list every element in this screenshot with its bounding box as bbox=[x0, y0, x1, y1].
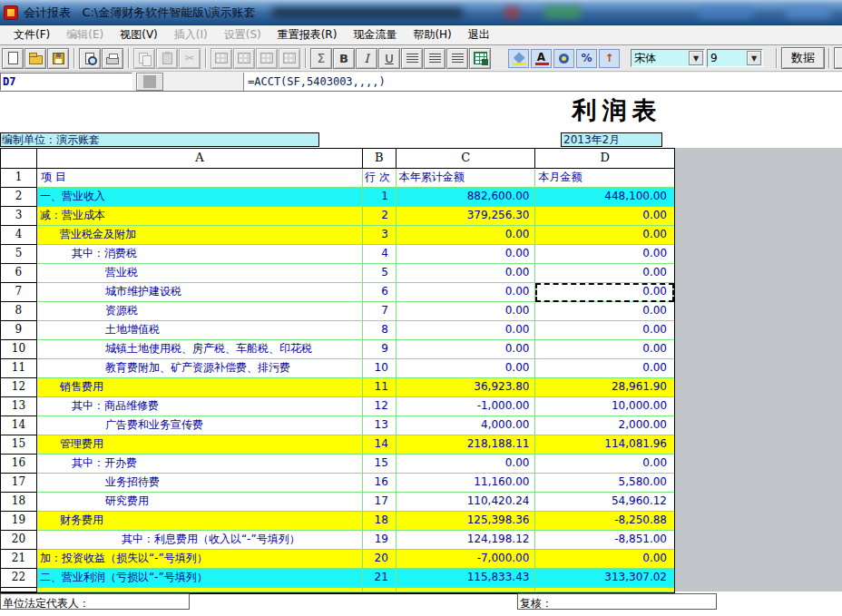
cell-ytd-amount[interactable]: 0.00 bbox=[397, 359, 536, 378]
cell-line-no[interactable]: 7 bbox=[363, 302, 397, 321]
row-header[interactable]: 21 bbox=[1, 550, 37, 569]
cell-month-amount[interactable]: 54,960.12 bbox=[535, 493, 674, 512]
new-file-button[interactable] bbox=[2, 48, 24, 69]
menu-item-9[interactable]: 退出 bbox=[460, 25, 498, 44]
cell-line-no[interactable]: 14 bbox=[363, 435, 397, 455]
italic-button[interactable]: I bbox=[356, 48, 377, 69]
save-button[interactable] bbox=[47, 48, 69, 69]
cell-month-amount[interactable]: -8,851.00 bbox=[535, 531, 674, 550]
row-header[interactable]: 9 bbox=[1, 321, 37, 340]
cell-line-no[interactable]: 21 bbox=[363, 569, 397, 588]
cell-item-label[interactable]: 加：投资收益（损失以“-”号填列） bbox=[37, 550, 363, 569]
row-header[interactable]: 2 bbox=[1, 188, 37, 207]
cell-ytd-amount[interactable]: 218,188.11 bbox=[397, 435, 536, 455]
cell-month-amount[interactable]: 0.00 bbox=[535, 321, 674, 340]
cell-month-amount[interactable]: 28,961.90 bbox=[535, 378, 674, 397]
underline-button[interactable]: U bbox=[378, 48, 400, 69]
font-name-combo[interactable]: 宋体 ▼ bbox=[631, 49, 705, 67]
cell-item-label[interactable]: 广告费和业务宣传费 bbox=[37, 416, 363, 435]
column-header-B[interactable]: B bbox=[363, 149, 397, 169]
cell-item-label[interactable]: 二、营业利润（亏损以“-”号填列） bbox=[37, 569, 363, 588]
cell-item-label[interactable]: 教育费附加、矿产资源补偿费、排污费 bbox=[37, 359, 363, 378]
chevron-down-icon[interactable]: ▼ bbox=[689, 51, 703, 65]
cell-item-label[interactable]: 营业税金及附加 bbox=[37, 226, 363, 245]
column-header-C[interactable]: C bbox=[397, 149, 536, 169]
cell-line-no[interactable]: 10 bbox=[363, 359, 397, 378]
cell-ytd-amount[interactable]: 0.00 bbox=[397, 283, 536, 302]
cell-line-no[interactable]: 13 bbox=[363, 416, 397, 435]
cell-line-no[interactable]: 15 bbox=[363, 455, 397, 474]
reviewer-box[interactable]: 复核： bbox=[517, 593, 717, 610]
cell-month-amount[interactable]: 313,307.02 bbox=[535, 569, 674, 588]
align-right-button[interactable] bbox=[446, 48, 468, 69]
row-header[interactable]: 20 bbox=[1, 531, 37, 550]
cell-line-no[interactable]: 19 bbox=[363, 531, 397, 550]
cell-line-no[interactable]: 8 bbox=[363, 321, 397, 340]
sum-button[interactable]: Σ bbox=[310, 48, 332, 69]
cell-month-amount[interactable]: 0.00 bbox=[535, 340, 674, 359]
cell-ytd-amount[interactable]: 124,198.12 bbox=[397, 531, 536, 550]
cell-month-amount[interactable]: 0.00 bbox=[535, 245, 674, 264]
cell-month-amount[interactable]: -8,250.88 bbox=[535, 512, 674, 531]
cell-item-label[interactable]: 研究费用 bbox=[37, 493, 363, 512]
row-header[interactable]: 1 bbox=[1, 169, 37, 188]
cell-month-amount[interactable]: 0.00 bbox=[535, 359, 674, 378]
cell-ytd-amount[interactable]: 0.00 bbox=[397, 321, 536, 340]
row-header[interactable]: 16 bbox=[1, 455, 37, 474]
cell-ytd-amount[interactable]: 379,256.30 bbox=[397, 207, 536, 226]
cell-line-no[interactable]: 11 bbox=[363, 378, 397, 397]
column-header-A[interactable]: A bbox=[37, 149, 363, 169]
header-item-label[interactable]: 项 目 bbox=[37, 169, 363, 188]
cell-ytd-amount[interactable]: 0.00 bbox=[397, 264, 536, 283]
row-header[interactable]: 7 bbox=[1, 283, 37, 302]
open-file-button[interactable] bbox=[24, 48, 46, 69]
font-size-combo[interactable]: 9 ▼ bbox=[707, 49, 763, 67]
cell-item-label[interactable]: 财务费用 bbox=[37, 512, 363, 531]
row-header[interactable]: 6 bbox=[1, 264, 37, 283]
row-header[interactable]: 3 bbox=[1, 207, 37, 226]
report-period-cell[interactable]: 2013年2月 bbox=[561, 132, 662, 147]
menu-item-1[interactable]: 文件(F) bbox=[5, 25, 58, 44]
cell-item-label[interactable]: 其中：开办费 bbox=[37, 455, 363, 474]
cell-month-amount[interactable]: 0.00 bbox=[535, 550, 674, 569]
chevron-down-icon[interactable]: ▼ bbox=[747, 51, 761, 65]
cell-ytd-amount[interactable]: 4,000.00 bbox=[397, 416, 536, 435]
header-line-label[interactable]: 行 次 bbox=[363, 169, 397, 188]
row-header[interactable]: 17 bbox=[1, 474, 37, 493]
cell-reference-box[interactable]: D7 bbox=[0, 73, 132, 91]
fill-color-button[interactable] bbox=[508, 49, 529, 68]
font-color-button[interactable]: A bbox=[531, 49, 552, 68]
cell-ytd-amount[interactable]: -7,000.00 bbox=[397, 550, 536, 569]
cell-line-no[interactable]: 6 bbox=[363, 283, 397, 302]
row-header[interactable]: 8 bbox=[1, 302, 37, 321]
row-header[interactable]: 18 bbox=[1, 493, 37, 512]
cell-item-label[interactable]: 其中：利息费用（收入以“-”号填列） bbox=[37, 531, 363, 550]
menu-item-7[interactable]: 现金流量 bbox=[345, 25, 405, 44]
cell-line-no[interactable]: 4 bbox=[363, 245, 397, 264]
cell-ytd-amount[interactable]: 110,420.24 bbox=[397, 493, 536, 512]
cell-ytd-amount[interactable]: 11,160.00 bbox=[397, 474, 536, 493]
cell-ytd-amount[interactable]: 0.00 bbox=[397, 245, 536, 264]
increase-decimal-button[interactable]: ↑ bbox=[599, 49, 620, 68]
cell-ytd-amount[interactable]: 0.00 bbox=[397, 226, 536, 245]
column-header-D[interactable]: D bbox=[535, 149, 674, 169]
row-header[interactable]: 15 bbox=[1, 435, 37, 455]
print-preview-button[interactable] bbox=[79, 48, 101, 69]
menu-item-8[interactable]: 帮助(H) bbox=[405, 25, 459, 44]
cell-line-no[interactable]: 17 bbox=[363, 493, 397, 512]
cell-line-no[interactable]: 5 bbox=[363, 264, 397, 283]
unit-name-cell[interactable]: 编制单位：演示账套 bbox=[0, 132, 319, 147]
cell-month-amount[interactable]: 2,000.00 bbox=[535, 416, 674, 435]
align-left-button[interactable] bbox=[401, 48, 423, 69]
legal-representative-box[interactable]: 单位法定代表人： bbox=[0, 593, 190, 610]
cell-line-no[interactable]: 1 bbox=[363, 188, 397, 207]
cell-month-amount[interactable]: 0.00 bbox=[535, 226, 674, 245]
cell-item-label[interactable]: 土地增值税 bbox=[37, 321, 363, 340]
cell-item-label[interactable]: 城镇土地使用税、房产税、车船税、印花税 bbox=[37, 340, 363, 359]
header-month-label[interactable]: 本月金额 bbox=[535, 169, 674, 188]
cell-ytd-amount[interactable]: 0.00 bbox=[397, 455, 536, 474]
print-button[interactable] bbox=[102, 48, 123, 69]
row-header[interactable]: 10 bbox=[1, 340, 37, 359]
row-header[interactable]: 11 bbox=[1, 359, 37, 378]
cell-month-amount[interactable]: 10,000.00 bbox=[535, 397, 674, 416]
